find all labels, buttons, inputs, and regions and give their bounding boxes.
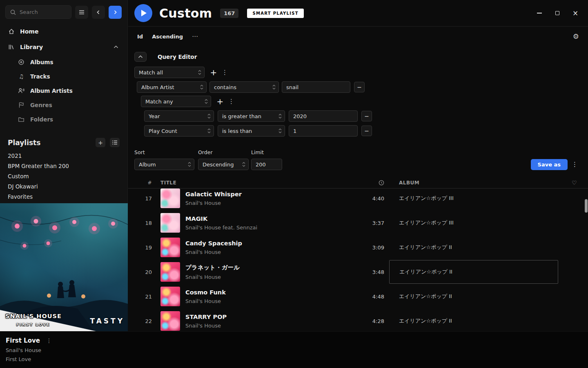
sidebar-item-home[interactable]: Home	[0, 24, 127, 39]
track-album-focused[interactable]: エイリアン☆ポップ II	[389, 260, 558, 284]
plus-icon: +	[98, 139, 103, 146]
sort-select[interactable]: Album	[134, 159, 194, 170]
now-playing-title[interactable]: First Love	[6, 337, 40, 344]
track-duration: 3:37	[344, 220, 389, 226]
track-row[interactable]: 19 Candy Spaceship Snail's House 3:09 エイ…	[128, 235, 588, 260]
remove-rule-button[interactable]: −	[361, 111, 372, 121]
favorite-column-header[interactable]: ♡	[561, 180, 588, 186]
track-row[interactable]: 17 Galactic Whisper Snail's House 4:40 エ…	[128, 188, 588, 211]
rule-field-select[interactable]: Album Artist	[137, 81, 207, 93]
title-column-header[interactable]: TITLE	[155, 180, 344, 186]
smart-playlist-badge: SMART PLAYLIST	[247, 9, 304, 18]
sort-field-button[interactable]: Id	[137, 34, 143, 40]
now-playing-options-button[interactable]: ⋮	[46, 337, 52, 344]
rule-value-input[interactable]	[289, 110, 358, 122]
rule-operator-select[interactable]: is greater than	[218, 110, 285, 122]
sidebar-item-tracks[interactable]: ♫ Tracks	[0, 69, 127, 83]
clock-icon	[379, 180, 384, 186]
nav-back-button[interactable]	[92, 6, 105, 19]
track-title: Cosmo Funk	[185, 289, 226, 296]
hamburger-icon	[78, 9, 85, 16]
album-art-thumbnail	[160, 213, 180, 233]
playlist-item-bpm[interactable]: BPM Greater than 200	[0, 161, 127, 171]
track-artist[interactable]: Snail's House feat. Sennzai	[185, 224, 257, 231]
menu-button[interactable]	[75, 6, 88, 19]
add-rule-button[interactable]: +	[209, 68, 218, 77]
track-album[interactable]: エイリアン☆ポップ II	[389, 293, 561, 300]
artwork-title-text: FIRST LOVE	[16, 323, 50, 327]
playlist-item-dj-okawari[interactable]: DJ Okawari	[0, 181, 127, 191]
playlist-list-button[interactable]	[110, 138, 120, 147]
search-input[interactable]: Search	[5, 5, 71, 19]
duration-column-header[interactable]	[344, 180, 389, 186]
track-album[interactable]: エイリアン☆ポップ II	[389, 317, 561, 325]
add-rule-button[interactable]: +	[216, 97, 225, 106]
sidebar-item-genres[interactable]: Genres	[0, 98, 127, 112]
settings-gear-icon[interactable]: ⚙	[573, 32, 579, 40]
sidebar-item-folders[interactable]: Folders	[0, 112, 127, 126]
flag-icon	[18, 102, 24, 108]
save-options-button[interactable]: ⋮	[572, 161, 578, 170]
sidebar-item-albums[interactable]: Albums	[0, 55, 127, 69]
track-row[interactable]: 21 Cosmo Funk Snail's House 4:48 エイリアン☆ポ…	[128, 284, 588, 309]
rule-operator-select[interactable]: is less than	[218, 125, 285, 137]
collapse-query-editor-button[interactable]	[134, 52, 147, 62]
playlist-item-custom[interactable]: Custom	[0, 171, 127, 181]
minus-icon: −	[364, 128, 369, 134]
track-artist[interactable]: Snail's House	[185, 274, 240, 280]
rule-value-input[interactable]	[289, 125, 358, 137]
order-select[interactable]: Descending	[198, 159, 249, 170]
rule-field-select[interactable]: Play Count	[144, 125, 214, 137]
nav-forward-button[interactable]	[109, 6, 122, 19]
group-options-button[interactable]: ⋮	[228, 98, 234, 105]
match-mode-select[interactable]: Match all	[134, 67, 205, 78]
track-album[interactable]: エイリアン☆ポップ II	[389, 244, 561, 251]
track-row[interactable]: 20 プラネット・ガール Snail's House 3:48 エイリアン☆ポッ…	[128, 260, 588, 284]
play-playlist-button[interactable]	[134, 4, 152, 22]
playlist-item-2021[interactable]: 2021	[0, 150, 127, 161]
add-playlist-button[interactable]: +	[96, 138, 105, 147]
limit-input[interactable]	[251, 159, 282, 170]
sidebar-item-library[interactable]: Library	[0, 39, 127, 55]
close-button[interactable]: ×	[572, 10, 578, 16]
album-art-thumbnail	[160, 238, 180, 257]
rule-value-input[interactable]	[282, 81, 350, 93]
maximize-icon	[555, 11, 559, 15]
track-artist[interactable]: Snail's House	[185, 200, 242, 206]
sort-label: Sort	[134, 149, 194, 155]
track-row[interactable]: 22 STARRY POP Snail's House 4:28 エイリアン☆ポ…	[128, 309, 588, 333]
select-arrows-icon	[200, 84, 203, 90]
now-playing-artist[interactable]: Snail's House	[6, 347, 52, 353]
sort-order-button[interactable]: Ascending	[152, 34, 183, 40]
more-options-button[interactable]: ⋯	[192, 33, 198, 40]
album-column-header[interactable]: ALBUM	[389, 180, 561, 186]
query-rule-row: Year is greater than −	[128, 110, 588, 122]
match-mode-select[interactable]: Match any	[141, 96, 211, 107]
remove-rule-button[interactable]: −	[354, 82, 365, 92]
track-album[interactable]: エイリアン☆ポップ III	[389, 195, 561, 202]
track-duration: 4:28	[344, 318, 389, 324]
track-artist[interactable]: Snail's House	[185, 298, 226, 304]
rule-field-select[interactable]: Year	[144, 110, 214, 122]
rule-operator-select[interactable]: contains	[209, 81, 279, 93]
track-table-header: # TITLE ALBUM ♡	[128, 177, 588, 188]
maximize-button[interactable]	[555, 10, 560, 16]
scrollbar-thumb[interactable]	[585, 199, 588, 213]
track-title: MAGIK	[185, 215, 257, 222]
chevron-up-icon[interactable]	[113, 44, 119, 50]
albums-icon	[18, 59, 24, 65]
minimize-button[interactable]	[537, 10, 542, 16]
track-row[interactable]: 18 MAGIK Snail's House feat. Sennzai 3:3…	[128, 211, 588, 235]
track-album[interactable]: エイリアン☆ポップ III	[389, 219, 561, 227]
index-column-header[interactable]: #	[128, 180, 155, 186]
sort-order-limit-row: Sort Album Order Descending Limit Save a…	[128, 149, 588, 170]
sidebar-item-album-artists[interactable]: Album Artists	[0, 83, 127, 98]
track-artist[interactable]: Snail's House	[185, 323, 227, 329]
save-as-button[interactable]: Save as	[531, 159, 568, 170]
playlist-item-favorites[interactable]: Favorites	[0, 191, 127, 202]
track-artist[interactable]: Snail's House	[185, 249, 242, 255]
now-playing-album[interactable]: First Love	[6, 356, 52, 362]
main-content: Custom 167 SMART PLAYLIST × Id Ascending…	[128, 0, 588, 331]
remove-rule-button[interactable]: −	[361, 126, 372, 136]
group-options-button[interactable]: ⋮	[222, 69, 227, 76]
